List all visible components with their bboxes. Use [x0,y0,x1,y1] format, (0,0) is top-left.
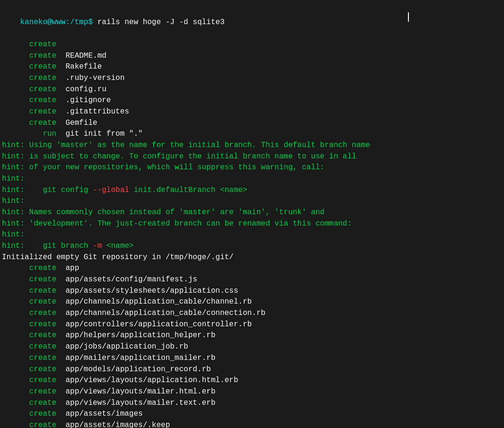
hint-line: hint: git branch -m <name> [0,241,504,252]
output-line: create app/models/application_record.rb [0,364,504,376]
cursor-icon [408,12,409,22]
output-line: create Rakefile [0,61,504,73]
command-text: rails new hoge -J -d sqlite3 [97,18,225,26]
output-line: create .ruby-version [0,73,504,84]
output-line: create app/helpers/application_helper.rb [0,330,504,341]
output-line: create app [0,263,504,274]
output-line: create app/assets/images/.keep [0,420,504,428]
hint-line: hint: [0,229,504,241]
output-line: create app/views/layouts/mailer.text.erb [0,398,504,409]
output-line: create config.ru [0,84,504,96]
output-line: create .gitignore [0,95,504,106]
output-line: create app/assets/config/manifest.js [0,274,504,286]
output-line: create [0,39,504,51]
hint-line: hint: 'development'. The just-created br… [0,218,504,230]
hint-line: hint: [0,174,504,185]
hint-line: hint: git config --global init.defaultBr… [0,185,504,196]
hint-line: hint: Using 'master' as the name for the… [0,140,504,151]
output-line: create app/assets/stylesheets/applicatio… [0,286,504,297]
prompt-line: kaneko@www:/tmp$ rails new hoge -J -d sq… [0,6,504,39]
hint-line: hint: Names commonly chosen instead of '… [0,207,504,218]
prompt-text: kaneko@www:/tmp$ [20,18,97,26]
output-line: create app/channels/application_cable/ch… [0,297,504,308]
output-line: create app/jobs/application_job.rb [0,341,504,353]
output-line: run git init from "." [0,129,504,140]
output-line: create README.md [0,51,504,62]
output-line: create app/controllers/application_contr… [0,319,504,331]
output-line: create app/channels/application_cable/co… [0,308,504,319]
output-line: create .gitattributes [0,106,504,118]
output-line: Initialized empty Git repository in /tmp… [0,252,504,263]
output-line: create app/views/layouts/application.htm… [0,375,504,386]
hint-line: hint: is subject to change. To configure… [0,151,504,163]
hint-line: hint: of your new repositories, which wi… [0,162,504,174]
terminal: kaneko@www:/tmp$ rails new hoge -J -d sq… [0,4,504,428]
output-line: create app/assets/images [0,409,504,420]
hint-line: hint: [0,196,504,207]
output-line: create Gemfile [0,118,504,129]
output-line: create app/mailers/application_mailer.rb [0,353,504,364]
output-line: create app/views/layouts/mailer.html.erb [0,386,504,398]
